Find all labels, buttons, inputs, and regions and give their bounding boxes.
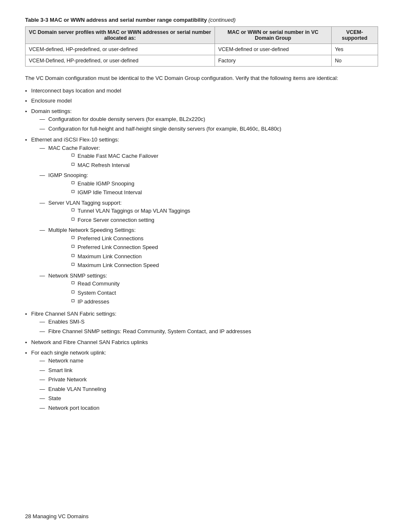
dash-item-text: Configuration for double density servers… <box>49 116 205 122</box>
square-item-text: Enable IGMP Snooping <box>78 180 135 188</box>
dash-item-text: Network name <box>49 357 84 364</box>
page-footer: 28 Managing VC Domains <box>25 513 89 519</box>
list-item: •Enclosure model <box>25 97 378 105</box>
square-item-text: Preferred Link Connection Speed <box>78 243 158 252</box>
dash-item-text: Configuration for full-height and half-h… <box>49 126 281 132</box>
square-bullet-icon <box>72 263 74 266</box>
square-list-item: Preferred Link Connections <box>72 234 159 243</box>
dash-item-text: Enable VLAN Tunneling <box>49 386 106 392</box>
dash-item-text: Fibre Channel SNMP settings: Read Commun… <box>49 328 251 334</box>
square-item-text: Force Server connection setting <box>78 216 155 224</box>
dash-icon: — <box>40 226 45 234</box>
square-item-text: Enable Fast MAC Cache Failover <box>78 152 159 160</box>
square-bullet-icon <box>72 190 74 193</box>
square-bullet-icon <box>72 181 74 184</box>
dash-list-item: —Private Network <box>40 375 106 384</box>
dash-item-text: Private Network <box>49 376 87 383</box>
dash-icon: — <box>40 171 45 180</box>
square-item-text: System Contact <box>78 289 116 297</box>
square-list-item: Enable Fast MAC Cache Failover <box>72 152 159 160</box>
dash-item-text: IGMP Snooping: <box>49 172 88 178</box>
square-bullet-icon <box>72 208 74 211</box>
bullet-icon: • <box>25 108 27 116</box>
square-list-item: Maximum Link Connection <box>72 252 159 261</box>
list-item-text: Enclosure model <box>31 98 72 104</box>
dash-icon: — <box>40 385 45 393</box>
dash-item-text: MAC Cache Failover: <box>49 145 100 151</box>
dash-icon: — <box>40 318 45 326</box>
list-item: •For each single network uplink:—Network… <box>25 349 378 414</box>
list-item-text: Ethernet and iSCSI Flex-10 settings: <box>31 136 119 143</box>
col-header-1: VC Domain server profiles with MAC or WW… <box>26 27 215 44</box>
table-row: VCEM-Defined, HP-predefined, or user-def… <box>26 55 378 67</box>
dash-list-item: —Configuration for full-height and half-… <box>40 125 281 133</box>
dash-list-item: —Network SNMP settings:Read CommunitySys… <box>40 272 190 307</box>
square-item-text: MAC Refresh Interval <box>78 161 130 170</box>
dash-list-item: —Enables SMI-S <box>40 318 251 326</box>
dash-list-item: —Network name <box>40 357 106 365</box>
square-bullet-icon <box>72 254 74 257</box>
dash-icon: — <box>40 375 45 384</box>
square-bullet-icon <box>72 290 74 293</box>
list-item-text: For each single network uplink: <box>31 350 106 356</box>
dash-icon: — <box>40 115 45 123</box>
dash-list-item: —Configuration for double density server… <box>40 115 281 123</box>
table-row: VCEM-defined, HP-predefined, or user-def… <box>26 44 378 55</box>
square-item-text: Preferred Link Connections <box>78 234 144 243</box>
list-item: •Domain settings:—Configuration for doub… <box>25 107 378 134</box>
square-bullet-icon <box>72 154 74 157</box>
dash-item-text: State <box>49 395 61 401</box>
dash-item-text: Server VLAN Tagging support: <box>49 200 122 206</box>
square-item-text: Maximum Link Connection Speed <box>78 261 159 270</box>
list-item-text: Network and Fibre Channel SAN Fabrics up… <box>31 339 148 345</box>
square-item-text: Read Community <box>78 280 120 288</box>
col-header-2: MAC or WWN or serial number in VC Domain… <box>215 27 331 44</box>
dash-icon: — <box>40 125 45 133</box>
square-list-item: MAC Refresh Interval <box>72 161 159 170</box>
dash-item-text: Network SNMP settings: <box>49 272 107 279</box>
square-bullet-icon <box>72 236 74 239</box>
dash-icon: — <box>40 327 45 336</box>
col-header-3: VCEM-supported <box>331 27 378 44</box>
square-bullet-icon <box>72 299 74 302</box>
bullet-icon: • <box>25 136 27 144</box>
dash-list-item: —Server VLAN Tagging support:Tunnel VLAN… <box>40 199 190 225</box>
dash-icon: — <box>40 404 45 412</box>
dash-icon: — <box>40 199 45 207</box>
dash-icon: — <box>40 144 45 152</box>
list-item: •Interconnect bays location and model <box>25 87 378 95</box>
dash-list-item: —Multiple Network Speeding Settings:Pref… <box>40 226 190 270</box>
square-list-item: Tunnel VLAN Taggings or Map VLAN Tagging… <box>72 207 190 215</box>
dash-item-text: Enables SMI-S <box>49 319 85 325</box>
square-list-item: System Contact <box>72 289 120 297</box>
compatibility-table: VC Domain server profiles with MAC or WW… <box>25 26 378 67</box>
list-item-text: Fibre Channel SAN Fabric settings: <box>31 311 117 317</box>
dash-list-item: —Enable VLAN Tunneling <box>40 385 106 393</box>
square-item-text: Tunnel VLAN Taggings or Map VLAN Tagging… <box>78 207 190 215</box>
dash-list-item: —Fibre Channel SNMP settings: Read Commu… <box>40 327 251 336</box>
square-item-text: IGMP Idle Timeout Interval <box>78 188 142 197</box>
square-bullet-icon <box>72 218 74 221</box>
square-list-item: Enable IGMP Snooping <box>72 180 142 188</box>
list-item-text: Interconnect bays location and model <box>31 87 121 94</box>
square-list-item: IP addresses <box>72 298 120 306</box>
dash-list-item: —Smart link <box>40 366 106 375</box>
list-item: •Ethernet and iSCSI Flex-10 settings:—MA… <box>25 136 378 308</box>
dash-list-item: —MAC Cache Failover:Enable Fast MAC Cach… <box>40 144 190 170</box>
square-bullet-icon <box>72 245 74 248</box>
bullet-icon: • <box>25 339 27 347</box>
square-item-text: Maximum Link Connection <box>78 252 142 261</box>
list-item-text: Domain settings: <box>31 108 72 114</box>
dash-icon: — <box>40 357 45 365</box>
square-item-text: IP addresses <box>78 298 110 306</box>
intro-paragraph: The VC Domain configuration must be iden… <box>25 74 378 82</box>
square-list-item: IGMP Idle Timeout Interval <box>72 188 142 197</box>
bullet-icon: • <box>25 97 27 105</box>
bullet-icon: • <box>25 349 27 357</box>
table-title: Table 3-3 MAC or WWN address and serial … <box>25 17 378 23</box>
dash-icon: — <box>40 394 45 403</box>
dash-list-item: —IGMP Snooping:Enable IGMP SnoopingIGMP … <box>40 171 190 198</box>
dash-icon: — <box>40 272 45 280</box>
square-list-item: Read Community <box>72 280 120 288</box>
dash-icon: — <box>40 366 45 375</box>
